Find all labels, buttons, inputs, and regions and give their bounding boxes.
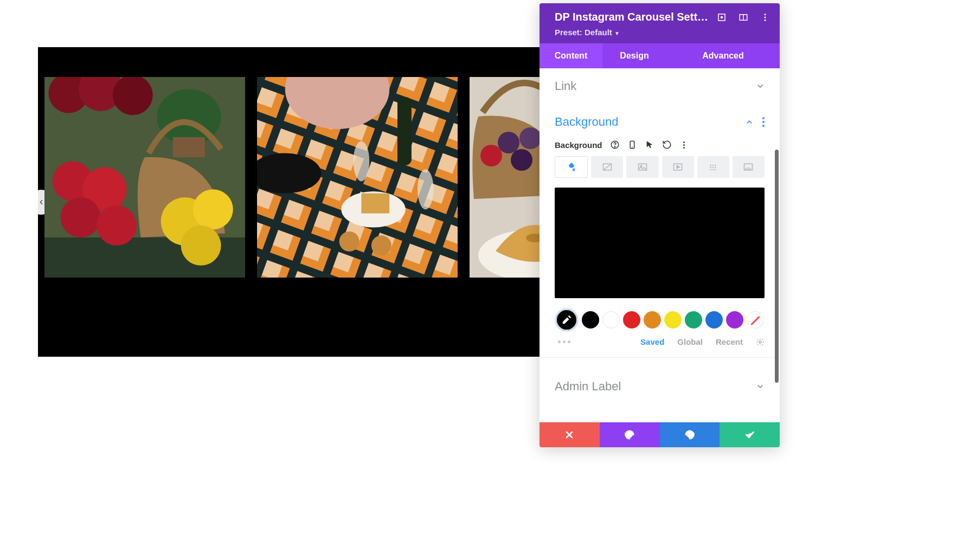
svg-point-23 [418,169,434,209]
svg-point-31 [498,132,519,153]
svg-rect-6 [173,137,205,157]
carousel-slide[interactable] [257,77,458,278]
svg-point-62 [715,167,716,169]
background-field-label: Background [555,140,602,150]
svg-point-63 [710,169,712,171]
swatch-yellow[interactable] [664,311,682,329]
bg-tab-image[interactable] [626,156,658,178]
color-swatches [555,308,765,332]
svg-point-33 [511,149,532,171]
chevron-up-icon [745,118,754,126]
color-preview[interactable] [555,188,765,298]
color-picker-button[interactable] [555,308,579,332]
accordion-admin-label[interactable]: Admin Label [540,369,780,404]
field-more-icon[interactable] [679,140,689,150]
more-icon[interactable] [760,12,770,22]
svg-point-43 [765,14,766,15]
bg-tab-pattern[interactable] [697,156,729,178]
hover-icon[interactable] [645,140,654,150]
svg-point-60 [710,167,712,169]
undo-button[interactable] [600,422,660,447]
svg-point-22 [354,141,370,181]
help-icon[interactable] [610,140,620,150]
reset-icon[interactable] [662,140,672,150]
svg-line-52 [603,164,611,170]
swatch-green[interactable] [685,311,702,329]
svg-point-61 [712,167,714,169]
settings-tabs: Content Design Advanced [540,43,780,68]
svg-point-13 [181,226,221,266]
svg-point-12 [193,189,233,229]
panel-title: DP Instagram Carousel Setti… [555,11,709,23]
background-type-tabs [555,156,765,178]
accordion-background[interactable]: Background [540,104,780,140]
svg-point-45 [765,19,766,21]
accordion-link[interactable]: Link [540,68,780,104]
bg-tab-video[interactable] [662,156,694,178]
background-section: Background [540,140,780,369]
swatch-transparent[interactable] [747,311,764,329]
palette-tab-recent[interactable]: Recent [716,337,743,346]
panel-body[interactable]: Link Background Background [540,68,780,422]
svg-point-59 [715,164,716,166]
tab-design[interactable]: Design [602,43,666,68]
tab-content[interactable]: Content [540,43,602,68]
bg-tab-color[interactable] [555,156,588,178]
svg-point-65 [715,169,716,171]
swatch-white[interactable] [602,311,620,329]
svg-point-26 [339,231,359,252]
expand-icon[interactable] [717,12,727,22]
bg-tab-gradient[interactable] [591,156,623,178]
save-button[interactable] [720,422,780,447]
caret-down-icon: ▼ [614,30,620,36]
svg-point-50 [573,169,574,170]
svg-point-58 [712,164,714,166]
svg-point-34 [480,145,502,166]
palette-more-icon[interactable] [558,340,570,343]
cancel-button[interactable] [540,422,600,447]
gear-icon[interactable] [756,338,765,346]
module-settings-panel: DP Instagram Carousel Setti… Preset: Def… [540,3,780,447]
panel-footer [540,422,780,447]
svg-point-9 [61,197,101,237]
svg-point-47 [614,146,615,147]
chevron-down-icon [756,82,765,91]
chevron-down-icon [756,382,765,391]
svg-point-64 [712,169,714,171]
snap-icon[interactable] [739,12,748,22]
bg-tab-mask[interactable] [733,156,765,178]
palette-tab-global[interactable]: Global [677,337,703,346]
carousel-slide[interactable] [44,77,245,278]
svg-point-44 [765,16,766,18]
accordion-link-label: Link [555,79,576,93]
swatch-purple[interactable] [726,311,743,329]
swatch-orange[interactable] [644,311,661,329]
tab-advanced[interactable]: Advanced [666,43,780,68]
svg-point-27 [371,235,391,255]
svg-point-32 [519,127,541,149]
svg-marker-56 [677,166,679,169]
accordion-admin-label-label: Admin Label [555,379,621,394]
svg-point-57 [710,164,712,166]
swatch-red[interactable] [623,311,640,329]
svg-rect-25 [361,194,389,214]
palette-tab-saved[interactable]: Saved [640,337,664,346]
divider [540,357,780,358]
redo-button[interactable] [660,422,720,447]
swatch-black[interactable] [582,311,599,329]
svg-point-40 [721,16,723,18]
panel-header[interactable]: DP Instagram Carousel Setti… Preset: Def… [540,3,780,43]
accordion-more-icon[interactable] [762,117,765,127]
scrollbar[interactable] [775,150,779,383]
preset-selector[interactable]: Preset: Default▼ [555,28,770,37]
phone-icon[interactable] [627,140,637,150]
palette-tabs: Saved Global Recent [555,337,765,346]
preset-label: Preset: Default [555,28,612,37]
svg-point-10 [97,205,137,246]
accordion-background-label: Background [555,115,618,129]
svg-rect-21 [397,97,412,165]
swatch-blue[interactable] [705,311,723,329]
svg-point-67 [759,341,761,343]
